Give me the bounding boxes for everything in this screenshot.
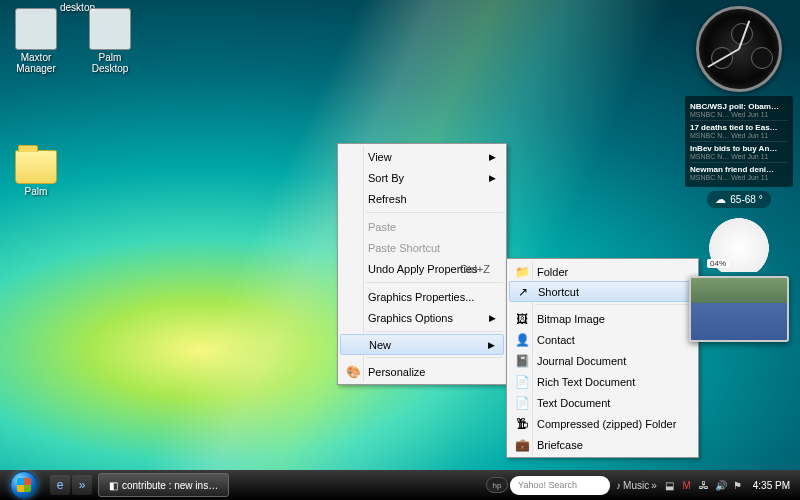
feed-meta: MSNBC N… Wed Jun 11 bbox=[690, 111, 788, 118]
feed-meta: MSNBC N… Wed Jun 11 bbox=[690, 153, 788, 160]
search-placeholder: Yahoo! Search bbox=[518, 480, 577, 490]
taskbar-clock[interactable]: 4:35 PM bbox=[747, 480, 796, 491]
feed-item[interactable]: NBC/WSJ poll: Obam…MSNBC N… Wed Jun 11 bbox=[690, 100, 788, 121]
windows-orb-icon bbox=[10, 471, 38, 499]
taskbar-task-contribute[interactable]: ◧ contribute : new ins… bbox=[98, 473, 229, 497]
feed-meta: MSNBC N… Wed Jun 11 bbox=[690, 132, 788, 139]
music-toolbar[interactable]: ♪ Music » bbox=[612, 480, 661, 491]
menu-item-sort-by[interactable]: Sort By▶ bbox=[340, 167, 504, 188]
menu-item-personalize[interactable]: 🎨Personalize bbox=[340, 361, 504, 382]
menu-item-label: Graphics Options bbox=[368, 312, 453, 324]
feed-title: 17 deaths tied to Eas… bbox=[690, 123, 788, 132]
menu-item-label: Shortcut bbox=[538, 286, 579, 298]
sidebar: NBC/WSJ poll: Obam…MSNBC N… Wed Jun 1117… bbox=[684, 6, 794, 342]
icon-label: Palm Desktop bbox=[82, 52, 138, 74]
menu-item-folder[interactable]: 📁Folder bbox=[509, 261, 696, 282]
quick-launch-ie[interactable]: e bbox=[50, 475, 70, 495]
feed-title: InBev bids to buy An… bbox=[690, 144, 788, 153]
menu-item-label: Graphics Properties... bbox=[368, 291, 474, 303]
menu-item-view[interactable]: View▶ bbox=[340, 146, 504, 167]
tray-icon[interactable]: ⚑ bbox=[731, 478, 745, 492]
cpu-percent: 04% bbox=[707, 259, 729, 268]
menu-item-label: Briefcase bbox=[537, 439, 583, 451]
yahoo-search-box[interactable]: Yahoo! Search bbox=[510, 476, 610, 495]
tray-network-icon[interactable]: 🖧 bbox=[697, 478, 711, 492]
menu-item-paste-shortcut: Paste Shortcut bbox=[340, 237, 504, 258]
menu-shortcut: Ctrl+Z bbox=[460, 263, 490, 275]
menu-item-icon: 📄 bbox=[514, 374, 530, 390]
start-button[interactable] bbox=[4, 470, 44, 500]
menu-item-icon: 🖼 bbox=[514, 311, 530, 327]
feed-title: Newman friend deni… bbox=[690, 165, 788, 174]
menu-item-icon: 💼 bbox=[514, 437, 530, 453]
menu-item-text-document[interactable]: 📄Text Document bbox=[509, 392, 696, 413]
quick-launch: e » bbox=[46, 475, 96, 495]
slideshow-gadget[interactable] bbox=[689, 276, 789, 342]
clock-gadget[interactable] bbox=[696, 6, 782, 92]
quick-launch-item[interactable]: » bbox=[72, 475, 92, 495]
menu-item-graphics-options[interactable]: Graphics Options▶ bbox=[340, 307, 504, 328]
menu-item-label: Paste Shortcut bbox=[368, 242, 440, 254]
menu-separator bbox=[535, 304, 695, 305]
menu-item-icon: 📓 bbox=[514, 353, 530, 369]
menu-item-paste: Paste bbox=[340, 216, 504, 237]
app-icon bbox=[89, 8, 131, 50]
feed-item[interactable]: Newman friend deni…MSNBC N… Wed Jun 11 bbox=[690, 163, 788, 183]
menu-item-contact[interactable]: 👤Contact bbox=[509, 329, 696, 350]
context-submenu-new: 📁Folder↗Shortcut🖼Bitmap Image👤Contact📓Jo… bbox=[506, 258, 699, 458]
clock-subdial bbox=[751, 47, 773, 69]
desktop-icon-maxtor[interactable]: Maxtor Manager bbox=[8, 8, 64, 74]
menu-separator bbox=[366, 212, 503, 213]
app-icon bbox=[15, 8, 57, 50]
feed-item[interactable]: InBev bids to buy An…MSNBC N… Wed Jun 11 bbox=[690, 142, 788, 163]
context-menu: View▶Sort By▶RefreshPastePaste ShortcutU… bbox=[337, 143, 507, 385]
weather-text: 65-68 ° bbox=[730, 194, 762, 205]
menu-item-label: Personalize bbox=[368, 366, 425, 378]
menu-separator bbox=[366, 282, 503, 283]
menu-item-icon: 🎨 bbox=[345, 364, 361, 380]
menu-item-journal-document[interactable]: 📓Journal Document bbox=[509, 350, 696, 371]
menu-item-refresh[interactable]: Refresh bbox=[340, 188, 504, 209]
tray-volume-icon[interactable]: 🔊 bbox=[714, 478, 728, 492]
music-label: Music bbox=[623, 480, 649, 491]
task-label: contribute : new ins… bbox=[122, 480, 218, 491]
menu-item-icon: 📁 bbox=[514, 264, 530, 280]
submenu-arrow-icon: ▶ bbox=[489, 152, 496, 162]
system-tray: ⬓ M 🖧 🔊 ⚑ bbox=[663, 478, 745, 492]
submenu-arrow-icon: ▶ bbox=[489, 313, 496, 323]
submenu-arrow-icon: ▶ bbox=[488, 340, 495, 350]
task-icon: ◧ bbox=[109, 480, 118, 491]
feed-gadget[interactable]: NBC/WSJ poll: Obam…MSNBC N… Wed Jun 1117… bbox=[685, 96, 793, 187]
menu-item-label: Text Document bbox=[537, 397, 610, 409]
desktop-icon-palm-folder[interactable]: Palm bbox=[8, 142, 64, 197]
menu-item-briefcase[interactable]: 💼Briefcase bbox=[509, 434, 696, 455]
menu-item-new[interactable]: New▶ bbox=[340, 334, 504, 355]
tray-icon[interactable]: M bbox=[680, 478, 694, 492]
menu-item-label: Journal Document bbox=[537, 355, 626, 367]
cpu-meter-gadget[interactable]: 04% bbox=[699, 212, 779, 272]
tray-icon[interactable]: ⬓ bbox=[663, 478, 677, 492]
weather-gadget[interactable]: 65-68 ° bbox=[707, 191, 770, 208]
menu-item-label: Refresh bbox=[368, 193, 407, 205]
desktop-icon-palm-desktop[interactable]: Palm Desktop bbox=[82, 8, 138, 197]
menu-item-compressed-zipped-folder[interactable]: 🗜Compressed (zipped) Folder bbox=[509, 413, 696, 434]
menu-item-undo-apply-properties[interactable]: Undo Apply PropertiesCtrl+Z bbox=[340, 258, 504, 279]
menu-item-graphics-properties-[interactable]: Graphics Properties... bbox=[340, 286, 504, 307]
feed-item[interactable]: 17 deaths tied to Eas…MSNBC N… Wed Jun 1… bbox=[690, 121, 788, 142]
submenu-arrow-icon: ▶ bbox=[489, 173, 496, 183]
menu-item-label: Folder bbox=[537, 266, 568, 278]
menu-item-icon: 👤 bbox=[514, 332, 530, 348]
menu-item-rich-text-document[interactable]: 📄Rich Text Document bbox=[509, 371, 696, 392]
menu-separator bbox=[366, 331, 503, 332]
icon-label: Maxtor Manager bbox=[8, 52, 64, 74]
icon-label: Palm bbox=[8, 186, 64, 197]
taskbar: e » ◧ contribute : new ins… hp Yahoo! Se… bbox=[0, 470, 800, 500]
folder-icon bbox=[15, 150, 57, 184]
hp-logo[interactable]: hp bbox=[486, 477, 508, 493]
menu-item-bitmap-image[interactable]: 🖼Bitmap Image bbox=[509, 308, 696, 329]
menu-item-label: Rich Text Document bbox=[537, 376, 635, 388]
menu-separator bbox=[366, 357, 503, 358]
menu-item-label: Paste bbox=[368, 221, 396, 233]
menu-item-label: Compressed (zipped) Folder bbox=[537, 418, 676, 430]
menu-item-shortcut[interactable]: ↗Shortcut bbox=[509, 281, 696, 302]
